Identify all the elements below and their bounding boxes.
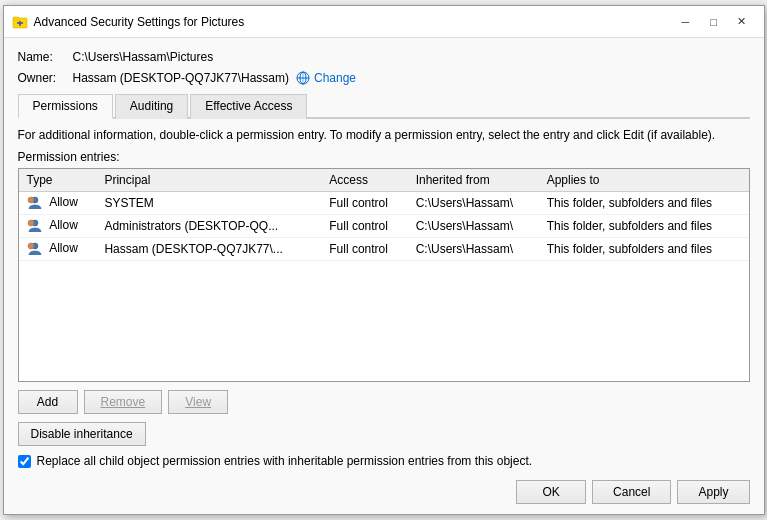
col-access: Access xyxy=(321,169,407,192)
cancel-button[interactable]: Cancel xyxy=(592,480,671,504)
owner-row: Owner: Hassam (DESKTOP-QQ7JK77\Hassam) C… xyxy=(18,70,750,86)
table-header: Type Principal Access Inherited from App… xyxy=(19,169,749,192)
name-value: C:\Users\Hassam\Pictures xyxy=(73,50,214,64)
table-row[interactable]: Allow SYSTEMFull controlC:\Users\Hassam\… xyxy=(19,191,749,214)
tab-permissions[interactable]: Permissions xyxy=(18,94,113,119)
permission-rows: Allow SYSTEMFull controlC:\Users\Hassam\… xyxy=(19,191,749,260)
user-icon xyxy=(27,195,43,211)
cell-applies-to: This folder, subfolders and files xyxy=(539,214,749,237)
close-button[interactable]: ✕ xyxy=(728,8,756,36)
title-bar: Advanced Security Settings for Pictures … xyxy=(4,6,764,38)
window-title: Advanced Security Settings for Pictures xyxy=(34,15,672,29)
disable-inheritance-area: Disable inheritance xyxy=(18,422,750,446)
col-principal: Principal xyxy=(96,169,321,192)
svg-point-7 xyxy=(28,197,34,203)
tab-auditing[interactable]: Auditing xyxy=(115,94,188,119)
tab-effective-access[interactable]: Effective Access xyxy=(190,94,307,119)
cell-type: Allow xyxy=(19,214,97,237)
type-value: Allow xyxy=(49,195,78,209)
cell-type: Allow xyxy=(19,191,97,214)
replace-checkbox-row: Replace all child object permission entr… xyxy=(18,454,750,468)
replace-label: Replace all child object permission entr… xyxy=(37,454,533,468)
owner-label: Owner: xyxy=(18,71,73,85)
cell-access: Full control xyxy=(321,191,407,214)
globe-icon xyxy=(295,70,311,86)
cell-inherited-from: C:\Users\Hassam\ xyxy=(408,237,539,260)
cell-principal: Hassam (DESKTOP-QQ7JK77\... xyxy=(96,237,321,260)
cell-access: Full control xyxy=(321,214,407,237)
remove-label: Remove xyxy=(101,395,146,409)
footer-buttons: OK Cancel Apply xyxy=(18,476,750,504)
disable-inheritance-button[interactable]: Disable inheritance xyxy=(18,422,146,446)
cell-applies-to: This folder, subfolders and files xyxy=(539,191,749,214)
cell-applies-to: This folder, subfolders and files xyxy=(539,237,749,260)
perm-entries-label: Permission entries: xyxy=(18,150,750,164)
user-icon xyxy=(27,241,43,257)
instruction-text: For additional information, double-click… xyxy=(18,127,750,144)
name-label: Name: xyxy=(18,50,73,64)
window-icon xyxy=(12,14,28,30)
cell-inherited-from: C:\Users\Hassam\ xyxy=(408,191,539,214)
col-type: Type xyxy=(19,169,97,192)
type-value: Allow xyxy=(49,218,78,232)
action-buttons-row: Add Remove View xyxy=(18,390,750,414)
apply-button[interactable]: Apply xyxy=(677,480,749,504)
svg-rect-1 xyxy=(13,17,19,20)
tabs-container: Permissions Auditing Effective Access xyxy=(18,92,750,119)
type-value: Allow xyxy=(49,241,78,255)
table-header-row: Type Principal Access Inherited from App… xyxy=(19,169,749,192)
replace-checkbox[interactable] xyxy=(18,455,31,468)
minimize-button[interactable]: ─ xyxy=(672,8,700,36)
maximize-button[interactable]: □ xyxy=(700,8,728,36)
col-applies-to: Applies to xyxy=(539,169,749,192)
user-icon xyxy=(27,218,43,234)
title-bar-controls: ─ □ ✕ xyxy=(672,8,756,36)
owner-value: Hassam (DESKTOP-QQ7JK77\Hassam) xyxy=(73,71,290,85)
change-owner-link[interactable]: Change xyxy=(295,70,356,86)
col-inherited-from: Inherited from xyxy=(408,169,539,192)
cell-principal: SYSTEM xyxy=(96,191,321,214)
cell-type: Allow xyxy=(19,237,97,260)
svg-point-11 xyxy=(28,243,34,249)
table-row[interactable]: Allow Hassam (DESKTOP-QQ7JK77\...Full co… xyxy=(19,237,749,260)
view-label: View xyxy=(185,395,211,409)
cell-principal: Administrators (DESKTOP-QQ... xyxy=(96,214,321,237)
cell-access: Full control xyxy=(321,237,407,260)
change-link-text: Change xyxy=(314,71,356,85)
add-button[interactable]: Add xyxy=(18,390,78,414)
view-button[interactable]: View xyxy=(168,390,228,414)
name-row: Name: C:\Users\Hassam\Pictures xyxy=(18,50,750,64)
svg-point-9 xyxy=(28,220,34,226)
table-row[interactable]: Allow Administrators (DESKTOP-QQ...Full … xyxy=(19,214,749,237)
main-window: Advanced Security Settings for Pictures … xyxy=(3,5,765,515)
bottom-area: Add Remove View Disable inheritance Repl… xyxy=(18,382,750,504)
permission-table-container[interactable]: Type Principal Access Inherited from App… xyxy=(18,168,750,382)
ok-button[interactable]: OK xyxy=(516,480,586,504)
permission-table: Type Principal Access Inherited from App… xyxy=(19,169,749,261)
cell-inherited-from: C:\Users\Hassam\ xyxy=(408,214,539,237)
remove-button[interactable]: Remove xyxy=(84,390,163,414)
dialog-content: Name: C:\Users\Hassam\Pictures Owner: Ha… xyxy=(4,38,764,514)
